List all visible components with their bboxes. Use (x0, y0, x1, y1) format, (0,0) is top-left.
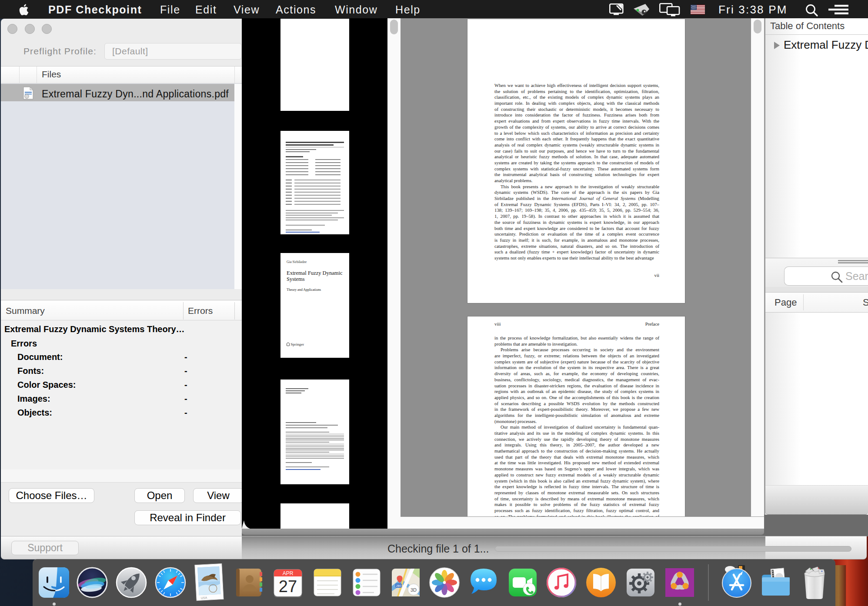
svg-text:27: 27 (279, 577, 297, 596)
svg-text:280: 280 (396, 584, 401, 587)
svg-text:APR: APR (283, 570, 294, 576)
svg-text:USA: USA (201, 596, 207, 599)
svg-text:3D: 3D (411, 587, 417, 593)
